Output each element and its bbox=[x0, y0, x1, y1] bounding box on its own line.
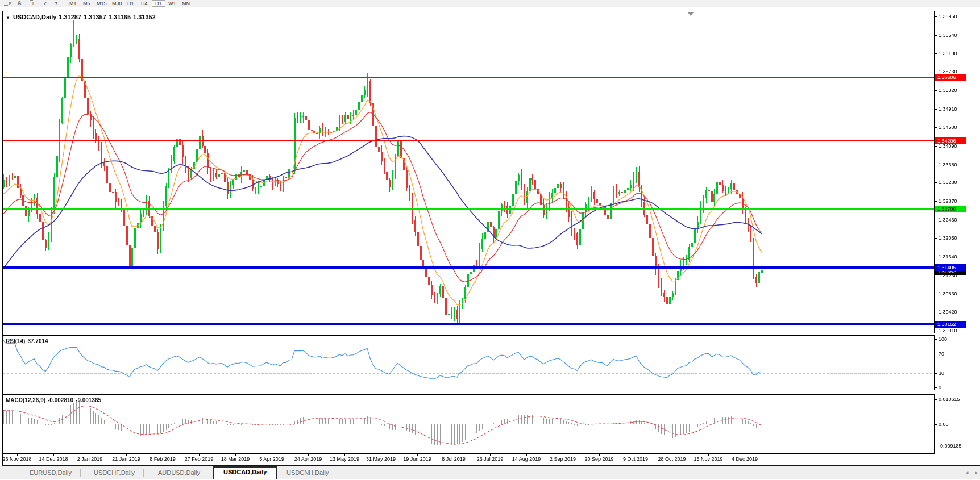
price-axis-tick bbox=[935, 294, 937, 294]
date-axis-label: 5 Apr 2019 bbox=[259, 456, 284, 462]
chart-canvas[interactable] bbox=[0, 0, 980, 480]
level-price-label: 1.31405 bbox=[935, 264, 966, 271]
price-axis-label: 1.34500 bbox=[939, 124, 957, 131]
rsi-name: RSI(14) bbox=[6, 338, 25, 344]
price-axis-label: 1.30420 bbox=[939, 309, 957, 315]
current-price-line bbox=[3, 270, 934, 270]
ohlc-high: 1.31357 bbox=[84, 14, 106, 20]
price-axis-tick bbox=[935, 238, 937, 239]
tab-usdchf-daily[interactable]: USDCHF,Daily bbox=[85, 467, 144, 479]
rsi-axis-label: 30 bbox=[939, 370, 944, 377]
date-axis-label: 8 Jul 2019 bbox=[442, 456, 466, 462]
price-axis-tick bbox=[935, 331, 937, 331]
rsi-label: RSI(14)37.7014 bbox=[6, 338, 51, 344]
ohlc-close: 1.31352 bbox=[133, 14, 156, 20]
date-axis-label: 2 Sep 2019 bbox=[550, 456, 576, 462]
date-axis-label: 14 Aug 2019 bbox=[512, 456, 541, 462]
rsi-axis-label: 100 bbox=[939, 336, 947, 343]
price-axis-tick bbox=[935, 276, 937, 276]
date-axis-label: 31 May 2019 bbox=[366, 456, 396, 462]
price-axis-tick bbox=[935, 146, 937, 147]
price-axis-tick bbox=[935, 16, 937, 17]
date-axis-label: 4 Dec 2019 bbox=[732, 456, 758, 462]
horizontal-level-line[interactable] bbox=[3, 77, 934, 78]
rsi-value: 37.7014 bbox=[27, 338, 48, 344]
price-axis-tick bbox=[935, 312, 937, 312]
macd-signal-value: -0.001365 bbox=[76, 397, 101, 403]
macd-axis-label: 0.00 bbox=[939, 421, 949, 428]
price-axis-tick bbox=[935, 109, 937, 110]
tab-separator bbox=[338, 469, 338, 477]
trading-platform-window: FAT✓▾M1M5M15M30H1H4D1W1MN ▼USDCAD,Daily1… bbox=[0, 0, 980, 480]
rsi-axis-tick bbox=[935, 373, 937, 374]
symbol-tab-bar: ◄ ► EURUSD,DailyUSDCHF,DailyAUDUSD,Daily… bbox=[0, 466, 980, 479]
rsi-axis-label: 70 bbox=[939, 351, 944, 357]
date-axis-label: 8 Feb 2019 bbox=[150, 456, 176, 462]
price-axis-tick bbox=[935, 182, 937, 183]
horizontal-level-line[interactable] bbox=[3, 208, 934, 210]
price-axis-tick bbox=[935, 53, 937, 54]
macd-axis-tick bbox=[935, 446, 937, 446]
window-left-border bbox=[2, 11, 3, 465]
price-axis-tick bbox=[935, 127, 937, 128]
price-axis-label: 1.34910 bbox=[939, 106, 957, 112]
price-axis-label: 1.36950 bbox=[939, 14, 957, 20]
date-axis-label: 19 Jun 2019 bbox=[403, 456, 431, 462]
tab-usdcnh-daily[interactable]: USDCNH,Daily bbox=[277, 467, 338, 479]
macd-axis-label: -0.009185 bbox=[939, 443, 962, 449]
rsi-axis-tick bbox=[935, 354, 937, 354]
price-axis-label: 1.32460 bbox=[939, 217, 957, 223]
level-price-label: 1.35606 bbox=[935, 74, 966, 81]
rsi-axis-label: 0 bbox=[939, 385, 941, 391]
date-axis-label: 28 Oct 2019 bbox=[658, 456, 686, 462]
price-axis-tick bbox=[935, 35, 937, 36]
tab-usdcad-daily[interactable]: USDCAD,Daily bbox=[213, 466, 277, 479]
date-axis-label: 26 Nov 2018 bbox=[2, 456, 31, 462]
date-axis-label: 27 Feb 2019 bbox=[185, 456, 214, 462]
horizontal-level-line[interactable] bbox=[3, 266, 934, 269]
level-price-label: 1.32700 bbox=[935, 206, 966, 212]
tab-separator bbox=[80, 469, 81, 477]
date-axis-label: 13 May 2019 bbox=[330, 456, 359, 462]
rsi-axis-tick bbox=[935, 387, 937, 388]
price-axis-label: 1.31640 bbox=[939, 254, 957, 260]
horizontal-level-line[interactable] bbox=[3, 140, 934, 141]
price-axis-label: 1.32050 bbox=[939, 235, 957, 241]
chart-title: ▼USDCAD,Daily1.312871.313571.311651.3135… bbox=[6, 14, 158, 20]
macd-axis-tick bbox=[935, 424, 937, 425]
tab-separator bbox=[209, 469, 209, 477]
date-axis-label: 18 Mar 2019 bbox=[221, 456, 250, 462]
date-axis-label: 14 Dec 2018 bbox=[39, 456, 68, 462]
price-axis-label: 1.36130 bbox=[939, 51, 957, 57]
date-axis-label: 26 Jul 2019 bbox=[477, 456, 504, 462]
tab-audusd-daily[interactable]: AUDUSD,Daily bbox=[149, 467, 209, 479]
macd-value: -0.002810 bbox=[48, 397, 73, 403]
chart-shift-marker-icon[interactable] bbox=[687, 12, 694, 16]
macd-name: MACD(12,26,9) bbox=[6, 397, 45, 403]
ohlc-low: 1.31165 bbox=[109, 14, 131, 20]
price-axis-tick bbox=[935, 165, 937, 165]
date-axis-label: 15 Nov 2019 bbox=[694, 456, 722, 462]
macd-label: MACD(12,26,9)-0.002810-0.001365 bbox=[6, 397, 103, 403]
horizontal-level-line[interactable] bbox=[3, 323, 934, 325]
price-axis-tick bbox=[935, 90, 937, 91]
date-axis-label: 24 Apr 2019 bbox=[294, 456, 322, 462]
date-axis-label: 2 Jan 2019 bbox=[77, 456, 103, 462]
tab-separator bbox=[143, 469, 144, 477]
price-axis-label: 1.30010 bbox=[939, 328, 957, 334]
date-axis-label: 9 Oct 2019 bbox=[623, 456, 648, 462]
level-price-label: 1.34206 bbox=[935, 137, 966, 144]
tab-scroll-left-icon[interactable]: ◄ bbox=[965, 470, 969, 475]
date-axis-label: 20 Sep 2019 bbox=[584, 456, 613, 462]
rsi-axis-tick bbox=[935, 339, 937, 340]
price-axis-label: 1.32870 bbox=[939, 198, 957, 204]
chart-title-symbol: USDCAD,Daily bbox=[13, 14, 56, 20]
price-axis-tick bbox=[935, 220, 937, 220]
price-axis-label: 1.30830 bbox=[939, 291, 957, 297]
quick-panel-collapse-icon[interactable]: ▼ bbox=[6, 15, 10, 20]
ohlc-open: 1.31287 bbox=[59, 14, 81, 20]
price-axis-label: 1.33280 bbox=[939, 180, 957, 186]
price-axis-label: 1.36540 bbox=[939, 32, 957, 39]
tab-eurusd-daily[interactable]: EURUSD,Daily bbox=[20, 467, 81, 479]
tab-scroll-right-icon[interactable]: ► bbox=[974, 470, 979, 475]
